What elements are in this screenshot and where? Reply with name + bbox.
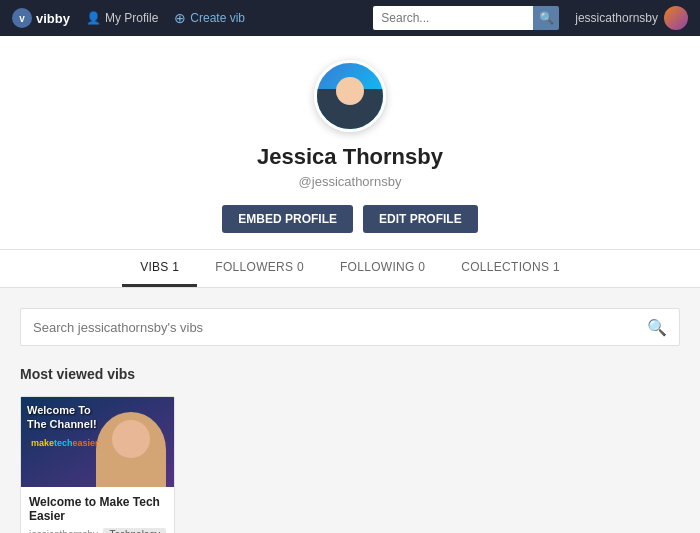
- profile-tabs: VIBS 1 FOLLOWERS 0 FOLLOWING 0 COLLECTIO…: [0, 249, 700, 287]
- nav-username[interactable]: jessicathornsby: [575, 6, 688, 30]
- navbar: v vibby 👤 My Profile ⊕ Create vib 🔍 jess…: [0, 0, 700, 36]
- plus-icon: ⊕: [174, 10, 186, 26]
- profile-name: Jessica Thornsby: [0, 144, 700, 170]
- section-title: Most viewed vibs: [20, 366, 680, 382]
- brand-tech: tech: [54, 438, 73, 448]
- tab-collections[interactable]: COLLECTIONS 1: [443, 250, 578, 287]
- video-thumbnail: Welcome To The Channel! maketecheasier: [21, 397, 175, 487]
- brand-make: make: [31, 438, 54, 448]
- create-vib-label: Create vib: [190, 11, 245, 25]
- search-button[interactable]: 🔍: [533, 6, 559, 30]
- tab-following[interactable]: FOLLOWING 0: [322, 250, 443, 287]
- vibs-search-icon: 🔍: [647, 318, 667, 337]
- profile-handle: @jessicathornsby: [0, 174, 700, 189]
- thumb-overlay: Welcome To The Channel! maketecheasier: [27, 403, 103, 450]
- video-meta: jessicathornsby Technology: [29, 528, 166, 533]
- search-input[interactable]: [373, 6, 533, 30]
- create-vib-button[interactable]: ⊕ Create vib: [174, 10, 245, 26]
- thumb-face: [96, 412, 166, 487]
- logo-icon: v: [12, 8, 32, 28]
- search-bar: 🔍: [373, 6, 559, 30]
- main-content: 🔍 Most viewed vibs Welcome To The Channe…: [0, 288, 700, 533]
- vibs-search-input[interactable]: [33, 320, 647, 335]
- video-tag: Technology: [103, 528, 166, 533]
- logo[interactable]: v vibby: [12, 8, 70, 28]
- tab-followers[interactable]: FOLLOWERS 0: [197, 250, 322, 287]
- edit-profile-button[interactable]: EDIT PROFILE: [363, 205, 478, 233]
- embed-profile-button[interactable]: EMBED PROFILE: [222, 205, 353, 233]
- vibs-search-bar: 🔍: [20, 308, 680, 346]
- video-author: jessicathornsby: [29, 529, 98, 533]
- nav-username-text: jessicathornsby: [575, 11, 658, 25]
- profile-actions: EMBED PROFILE EDIT PROFILE: [0, 205, 700, 233]
- thumb-title-line1: Welcome To The Channel!: [27, 403, 103, 432]
- video-card[interactable]: Welcome To The Channel! maketecheasier W…: [20, 396, 175, 533]
- profile-avatar-wrap: [0, 60, 700, 132]
- profile-icon: 👤: [86, 11, 101, 25]
- profile-avatar: [314, 60, 386, 132]
- tab-vibs[interactable]: VIBS 1: [122, 250, 197, 287]
- profile-header: Jessica Thornsby @jessicathornsby EMBED …: [0, 36, 700, 288]
- thumb-brand: maketecheasier: [27, 436, 103, 450]
- nav-avatar: [664, 6, 688, 30]
- brand-easier: easier: [73, 438, 99, 448]
- video-info: Welcome to Make Tech Easier jessicathorn…: [21, 487, 174, 533]
- search-icon: 🔍: [539, 11, 554, 25]
- my-profile-label: My Profile: [105, 11, 158, 25]
- logo-text: vibby: [36, 11, 70, 26]
- video-title: Welcome to Make Tech Easier: [29, 495, 166, 523]
- my-profile-link[interactable]: 👤 My Profile: [86, 11, 158, 25]
